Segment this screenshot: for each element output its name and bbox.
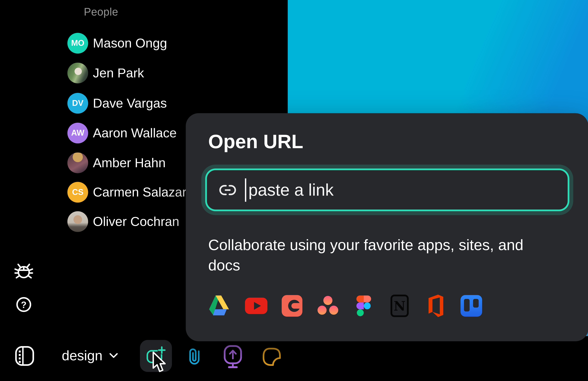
person-name: Oliver Cochran: [93, 214, 179, 229]
youtube-icon[interactable]: [244, 294, 268, 318]
people-section-header: People: [84, 6, 118, 18]
figma-icon[interactable]: [352, 294, 376, 318]
list-item-person[interactable]: Jen Park: [67, 63, 144, 83]
avatar: CS: [67, 182, 88, 203]
bug-report-button[interactable]: [14, 261, 33, 280]
question-icon: ?: [14, 295, 33, 314]
paperclip-icon: [185, 347, 204, 366]
notes-button[interactable]: [262, 347, 280, 365]
person-name: Mason Ongg: [93, 36, 167, 51]
list-item-person[interactable]: Amber Hahn: [67, 152, 166, 173]
chevron-down-icon: [109, 353, 118, 359]
google-drive-icon[interactable]: [208, 294, 232, 318]
list-item-person[interactable]: Oliver Cochran: [67, 211, 179, 232]
coda-icon[interactable]: [280, 294, 304, 318]
app-shortcuts-row: N: [208, 294, 483, 318]
svg-text:N: N: [394, 298, 406, 314]
link-icon: [218, 180, 237, 199]
note-icon: [262, 347, 281, 366]
room-name: design: [62, 348, 103, 364]
open-url-modal: Open URL paste a link Collaborate using …: [186, 113, 588, 341]
person-name: Amber Hahn: [93, 155, 166, 170]
list-item-person[interactable]: AW Aaron Wallace: [67, 123, 177, 143]
help-button[interactable]: ?: [14, 295, 33, 314]
url-input[interactable]: paste a link: [205, 169, 569, 211]
person-name: Jen Park: [93, 66, 144, 80]
avatar: [67, 211, 88, 232]
modal-title: Open URL: [208, 130, 303, 153]
sidebar-toggle-button[interactable]: [14, 345, 36, 367]
person-name: Dave Vargas: [93, 96, 167, 111]
avatar: [67, 152, 88, 173]
list-item-person[interactable]: CS Carmen Salazar: [67, 182, 187, 203]
url-input-placeholder: paste a link: [248, 180, 334, 199]
list-item-person[interactable]: DV Dave Vargas: [67, 93, 167, 114]
avatar: MO: [67, 33, 88, 54]
attach-file-button[interactable]: [185, 347, 204, 366]
room-switcher-dropdown[interactable]: design: [62, 348, 118, 364]
bug-icon: [14, 261, 33, 280]
screen-share-icon: [223, 345, 243, 368]
app-window: People MO Mason Ongg Jen Park DV Dave Va…: [0, 0, 588, 381]
text-caret: [245, 178, 246, 201]
sidebar-icon: [14, 345, 36, 367]
avatar: [67, 63, 88, 83]
screen-share-button[interactable]: [223, 345, 243, 368]
avatar: AW: [67, 123, 88, 143]
modal-description: Collaborate using your favorite apps, si…: [208, 234, 558, 275]
person-name: Carmen Salazar: [93, 185, 187, 200]
office-icon[interactable]: [423, 294, 448, 318]
notion-icon[interactable]: N: [387, 294, 412, 318]
trello-icon[interactable]: [459, 294, 483, 318]
list-item-person[interactable]: MO Mason Ongg: [67, 33, 167, 54]
asana-icon[interactable]: [316, 294, 340, 318]
avatar: DV: [67, 93, 88, 114]
person-name: Aaron Wallace: [93, 126, 177, 140]
mouse-cursor: [152, 352, 167, 373]
svg-text:?: ?: [21, 300, 26, 310]
